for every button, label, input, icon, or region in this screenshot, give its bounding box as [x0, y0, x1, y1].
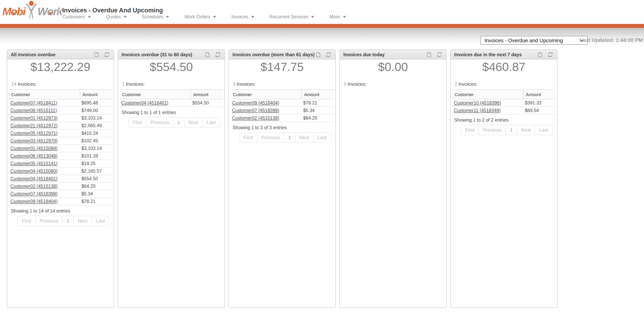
page-previous-button[interactable]: Previous — [258, 132, 284, 143]
customer-link[interactable]: Customer01 (4515084) — [10, 146, 58, 150]
invoice-count: 14 — [11, 81, 18, 87]
table-header-row: CustomerAmount — [452, 90, 556, 99]
panel-header-icons — [205, 52, 220, 57]
customer-link[interactable]: Customer02 (4515138) — [10, 184, 58, 188]
customer-link[interactable]: Customer21 (4512972) — [10, 123, 58, 128]
customer-cell: Customer01 (4515084) — [9, 144, 80, 152]
invoice-row: Customer01 (4515084)$3,103.14 — [9, 144, 112, 152]
panel-total-amount: $147.75 — [229, 60, 335, 73]
page-next-button[interactable]: Next — [517, 125, 535, 135]
panel-header: Invoices due in the next 7 days — [450, 50, 557, 60]
invoice-table: CustomerAmountCustomer07 (4518411)$695.4… — [9, 89, 112, 205]
amount-cell: $2,165.57 — [80, 167, 112, 175]
refresh-icon[interactable] — [437, 52, 442, 57]
column-header-customer[interactable]: Customer — [9, 90, 80, 99]
table-body: Customer04 (4518401)$554.50 — [120, 99, 223, 107]
customer-cell: Customer05 (4512971) — [9, 130, 80, 137]
customer-link[interactable]: Customer05 (4512971) — [10, 130, 58, 135]
page-number-button[interactable]: 1 — [62, 216, 74, 226]
customer-link[interactable]: Customer04 (4515080) — [10, 168, 58, 173]
invoice-row: Customer02 (4515138)$64.20 — [9, 182, 112, 190]
panel-header: Invoices due today — [340, 50, 446, 60]
nav-quotes[interactable]: Quotes — [106, 14, 126, 20]
column-header-amount[interactable]: Amount — [80, 90, 112, 99]
page-last-button[interactable]: Last — [92, 216, 109, 226]
column-header-amount[interactable]: Amount — [191, 90, 223, 99]
report-select[interactable]: Invoices - Overdue and Upcoming — [480, 36, 588, 45]
invoice-row: Customer04 (4515080)$2,165.57 — [9, 167, 112, 175]
page-previous-button[interactable]: Previous — [479, 125, 506, 135]
customer-link[interactable]: Customer04 (4518401) — [121, 100, 168, 105]
chevron-down-icon — [311, 16, 314, 18]
page-first-button[interactable]: First — [128, 117, 146, 128]
page-previous-button[interactable]: Previous — [146, 117, 174, 128]
amount-cell: $2,065.49 — [80, 122, 112, 130]
customer-link[interactable]: Customer07 (4518399) — [232, 108, 279, 113]
refresh-icon[interactable] — [326, 52, 331, 57]
panel-invoices-overdue-more-than-61-days: Invoices overdue (more than 61 days)$147… — [228, 50, 336, 308]
page-previous-button[interactable]: Previous — [36, 216, 62, 226]
customer-link[interactable]: Customer09 (4518404) — [232, 100, 279, 105]
page-next-button[interactable]: Next — [184, 117, 202, 128]
page-number-button[interactable]: 1 — [506, 125, 517, 135]
page-next-button[interactable]: Next — [74, 216, 92, 226]
customer-link[interactable]: Customer07 (4518399) — [10, 191, 58, 196]
panel-header-icons — [94, 52, 110, 57]
customer-cell: Customer04 (4518401) — [9, 175, 80, 182]
export-report-icon[interactable] — [316, 52, 320, 57]
customer-link[interactable]: Customer02 (4515138) — [232, 116, 279, 120]
invoice-count-line: 0Invoices: — [344, 81, 446, 87]
page-next-button[interactable]: Next — [295, 132, 314, 143]
panel-invoices-due-today: Invoices due today$0.000Invoices: — [339, 50, 446, 308]
customer-link[interactable]: Customer05 (4515141) — [10, 161, 58, 166]
invoice-count: 3 — [233, 81, 237, 87]
invoice-row: Customer05 (4515141)$19.25 — [9, 160, 112, 167]
nav-customers[interactable]: Customers — [62, 14, 91, 20]
refresh-icon[interactable] — [548, 52, 553, 57]
page-number-button[interactable]: 1 — [284, 132, 295, 143]
nav-invoices[interactable]: Invoices — [232, 14, 254, 20]
column-header-amount[interactable]: Amount — [523, 90, 556, 99]
customer-link[interactable]: Customer01 (4512973) — [10, 116, 58, 120]
nav-label: Customers — [62, 14, 85, 20]
table-body: Customer10 (4518396)$391.33Customer11 (4… — [452, 99, 556, 114]
mobiwork-logo[interactable]: Mobi Work — [2, 1, 62, 22]
column-header-customer[interactable]: Customer — [452, 90, 523, 99]
page-last-button[interactable]: Last — [314, 132, 331, 143]
invoice-row: Customer10 (4518396)$391.33 — [452, 99, 556, 107]
customer-link[interactable]: Customer06 (4513048) — [10, 153, 58, 158]
export-report-icon[interactable] — [94, 52, 99, 57]
column-header-customer[interactable]: Customer — [120, 90, 191, 99]
export-report-icon[interactable] — [427, 52, 432, 57]
invoice-count-line: 1Invoices: — [122, 81, 224, 87]
customer-link[interactable]: Customer03 (4512970) — [10, 138, 58, 143]
page-first-button[interactable]: First — [461, 125, 479, 135]
export-report-icon[interactable] — [538, 52, 542, 57]
nav-more[interactable]: More — [330, 14, 346, 20]
panel-header-icons — [538, 52, 553, 57]
page-first-button[interactable]: First — [18, 216, 36, 226]
export-report-icon[interactable] — [205, 52, 210, 57]
refresh-icon[interactable] — [215, 52, 220, 57]
customer-link[interactable]: Customer07 (4518411) — [10, 100, 57, 105]
customer-link[interactable]: Customer09 (4518404) — [10, 199, 58, 204]
invoice-table: CustomerAmountCustomer10 (4518396)$391.3… — [452, 89, 556, 114]
customer-link[interactable]: Customer04 (4518401) — [10, 176, 58, 181]
customer-link[interactable]: Customer08 (4515111) — [10, 108, 57, 113]
page-last-button[interactable]: Last — [203, 117, 220, 128]
customer-link[interactable]: Customer11 (4518349) — [454, 108, 501, 113]
refresh-icon[interactable] — [104, 52, 110, 57]
invoice-count: 1 — [122, 81, 126, 87]
page-first-button[interactable]: First — [239, 132, 258, 143]
amount-cell: $391.33 — [523, 99, 556, 107]
invoice-row: Customer09 (4518404)$78.21 — [230, 99, 334, 107]
nav-work-orders[interactable]: Work Orders — [184, 14, 216, 20]
page-last-button[interactable]: Last — [535, 125, 553, 135]
column-header-amount[interactable]: Amount — [302, 90, 334, 99]
customer-link[interactable]: Customer10 (4518396) — [454, 100, 501, 105]
page-number-button[interactable]: 1 — [174, 117, 184, 128]
nav-recurrent-services[interactable]: Recurrent Services — [269, 14, 314, 20]
nav-schedules[interactable]: Schedules — [142, 14, 169, 20]
column-header-customer[interactable]: Customer — [230, 90, 302, 99]
panel-header-icons — [427, 52, 442, 57]
